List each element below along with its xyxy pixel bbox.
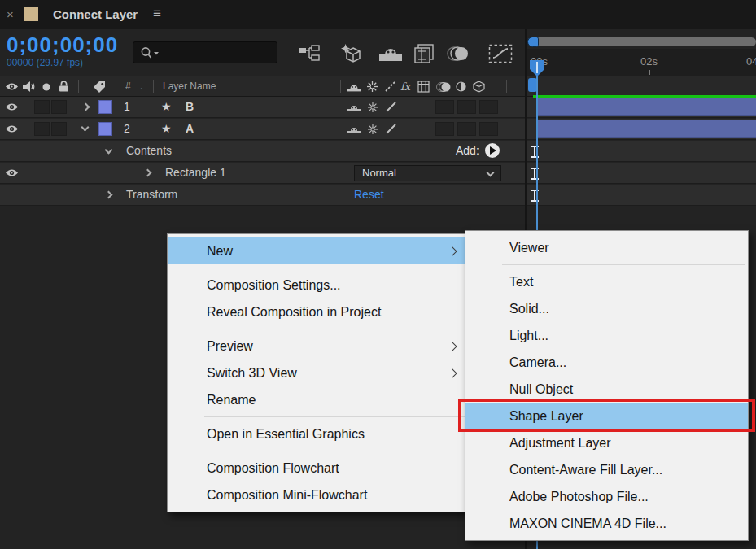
adjustment-checkbox[interactable] [457, 122, 476, 136]
menu-item-reveal-composition-in-project[interactable]: Reveal Composition in Project [168, 298, 467, 325]
hide-shy-layers-icon[interactable] [377, 42, 404, 65]
time-ruler[interactable]: 00s 02s 04s [527, 49, 756, 76]
layer-color-swatch[interactable] [98, 100, 112, 114]
quality-column-icon[interactable] [385, 81, 395, 92]
submenu-item-light[interactable]: Light... [465, 322, 748, 349]
after-effects-timeline-panel: × Connect Layer ≡ 0;00;00;00 00000 (29.9… [0, 0, 756, 549]
collapse-switch-icon[interactable] [368, 102, 378, 112]
lock-checkbox[interactable] [51, 100, 67, 114]
solo-column-icon[interactable] [42, 83, 50, 91]
menu-item-composition-flowchart[interactable]: Composition Flowchart [168, 455, 467, 481]
transform-label[interactable]: Transform [126, 188, 177, 201]
panel-tab-title[interactable]: Connect Layer [53, 7, 138, 21]
layer-duration-bar[interactable] [537, 120, 756, 138]
submenu-arrow-icon [448, 342, 457, 351]
layer-row-2[interactable]: 2 ★ A [0, 119, 756, 140]
adjustment-layer-column-icon[interactable] [456, 81, 466, 92]
panel-close-icon[interactable]: × [7, 7, 14, 21]
submenu-item-null-object[interactable]: Null Object [465, 376, 748, 403]
chevron-down-icon[interactable] [82, 124, 88, 130]
3d-checkbox[interactable] [479, 122, 498, 136]
panel-menu-icon[interactable]: ≡ [153, 6, 161, 22]
menu-item-label: Open in Essential Graphics [207, 427, 365, 442]
time-navigator-start-handle[interactable] [527, 37, 539, 47]
menu-item-label: Rename [207, 393, 256, 407]
submenu-item-camera[interactable]: Camera... [465, 349, 748, 376]
chevron-right-icon[interactable] [106, 192, 111, 198]
adjustment-checkbox[interactable] [457, 100, 476, 114]
time-navigator-bar[interactable] [529, 37, 756, 46]
lock-column-icon[interactable] [59, 81, 69, 92]
layer-color-swatch[interactable] [98, 122, 112, 136]
submenu-item-adobe-photoshop-file[interactable]: Adobe Photoshop File... [465, 483, 748, 510]
reset-link[interactable]: Reset [354, 188, 384, 201]
eye-column-icon[interactable] [5, 82, 19, 91]
submenu-item-content-aware-fill-layer[interactable]: Content-Aware Fill Layer... [465, 456, 748, 483]
solo-checkbox[interactable] [34, 122, 50, 136]
shy-switch-icon[interactable] [347, 125, 361, 134]
fx-column-icon[interactable]: fx [400, 81, 410, 93]
rectangle-1-label[interactable]: Rectangle 1 [165, 166, 226, 179]
layer-name-column-label[interactable]: Layer Name [163, 81, 216, 92]
contents-property-row[interactable]: Contents Add: [0, 141, 756, 162]
submenu-item-shape-layer[interactable]: Shape Layer [465, 403, 748, 429]
rectangle-1-property-row[interactable]: Rectangle 1 Normal [0, 163, 756, 184]
column-separator [116, 80, 116, 93]
layer-name[interactable]: A [186, 122, 194, 135]
add-property-button[interactable] [485, 143, 500, 158]
quality-switch-icon[interactable] [385, 123, 397, 135]
menu-item-composition-settings[interactable]: Composition Settings... [168, 272, 467, 298]
chevron-right-icon[interactable] [83, 104, 89, 110]
menu-item-label: Composition Settings... [207, 278, 341, 293]
submenu-item-viewer[interactable]: Viewer [465, 234, 748, 261]
search-input[interactable] [133, 41, 277, 63]
layer-row-1[interactable]: 1 ★ B [0, 97, 756, 118]
number-column-label[interactable]: # [125, 81, 131, 92]
collapse-switch-icon[interactable] [368, 124, 378, 134]
composition-mini-flowchart-icon[interactable] [295, 42, 323, 65]
draft-3d-icon[interactable] [336, 42, 364, 65]
contents-label[interactable]: Contents [126, 144, 172, 157]
quality-switch-icon[interactable] [385, 101, 397, 113]
3d-checkbox[interactable] [479, 100, 498, 114]
graph-editor-icon[interactable] [487, 42, 514, 65]
layer-name[interactable]: B [186, 100, 194, 113]
layer-number: 1 [124, 100, 130, 113]
audio-column-icon[interactable] [23, 81, 35, 92]
eye-icon[interactable] [5, 102, 19, 111]
frame-blending-icon[interactable] [411, 42, 439, 65]
menu-item-preview[interactable]: Preview [168, 333, 467, 359]
solo-checkbox[interactable] [34, 100, 50, 114]
motion-blur-icon[interactable] [444, 42, 472, 65]
submenu-item-text[interactable]: Text [465, 268, 748, 295]
transform-property-row[interactable]: Transform Reset [0, 185, 756, 206]
motion-blur-column-icon[interactable] [436, 81, 451, 93]
blend-mode-dropdown[interactable]: Normal [354, 165, 501, 181]
3d-layer-column-icon[interactable] [473, 81, 485, 93]
shy-column-icon[interactable] [347, 82, 361, 92]
label-column-icon[interactable] [93, 81, 106, 93]
menu-item-open-in-essential-graphics[interactable]: Open in Essential Graphics [168, 420, 467, 447]
motion-blur-checkbox[interactable] [435, 100, 454, 114]
frame-blend-column-icon[interactable] [417, 81, 430, 93]
current-time-display[interactable]: 0;00;00;00 [7, 33, 118, 58]
menu-item-label: Viewer [509, 241, 549, 255]
menu-item-label: Composition Flowchart [207, 461, 339, 476]
lock-checkbox[interactable] [51, 122, 67, 136]
menu-item-rename[interactable]: Rename [168, 386, 467, 413]
menu-item-switch-3d-view[interactable]: Switch 3D View [168, 359, 467, 386]
layer-duration-bar[interactable] [537, 98, 756, 116]
submenu-item-maxon-cinema-4d-file[interactable]: MAXON CINEMA 4D File... [465, 510, 748, 537]
chevron-down-icon[interactable] [106, 147, 111, 153]
motion-blur-checkbox[interactable] [435, 122, 454, 136]
eye-icon[interactable] [5, 168, 19, 177]
eye-icon[interactable] [5, 124, 19, 133]
column-separator [153, 80, 154, 93]
submenu-item-adjustment-layer[interactable]: Adjustment Layer [465, 429, 748, 456]
shy-switch-icon[interactable] [347, 103, 361, 112]
chevron-right-icon[interactable] [145, 170, 151, 176]
submenu-item-solid[interactable]: Solid... [465, 295, 748, 322]
collapse-transformations-column-icon[interactable] [367, 81, 378, 92]
menu-item-new[interactable]: New [168, 237, 467, 264]
menu-item-composition-mini-flowchart[interactable]: Composition Mini-Flowchart [168, 481, 467, 508]
